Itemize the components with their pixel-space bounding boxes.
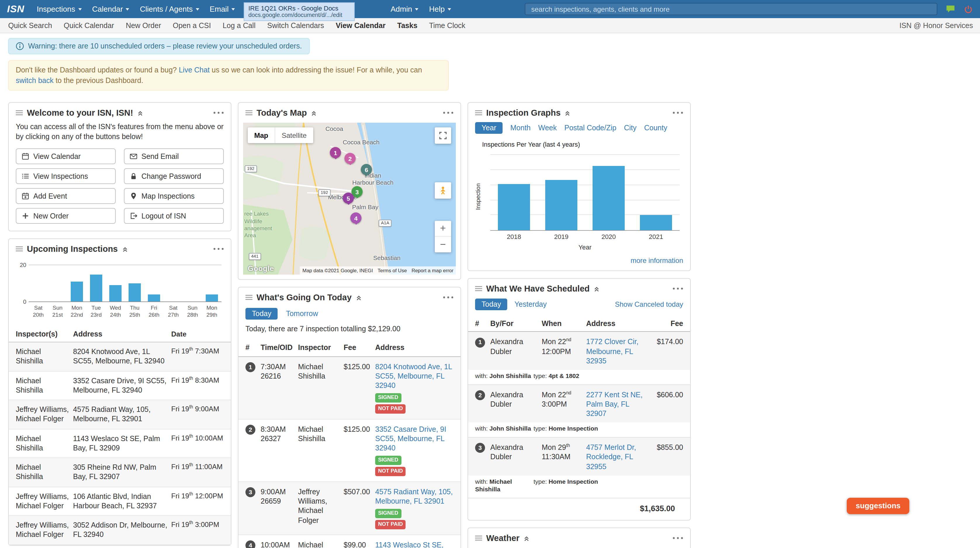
collapse-icon[interactable] — [356, 295, 361, 301]
collapse-icon[interactable] — [311, 111, 317, 116]
live-chat-link[interactable]: Live Chat — [179, 66, 210, 74]
chart-category-label: Mon29th — [205, 304, 219, 318]
subnav-item-time-clock[interactable]: Time Clock — [423, 21, 471, 30]
button-label: Map Inspections — [142, 192, 195, 200]
nav-menu-email[interactable]: Email — [204, 0, 240, 18]
view-inspections-button[interactable]: View Inspections — [16, 168, 116, 184]
card-menu-icon[interactable] — [673, 288, 683, 290]
subnav-item-log-a-call[interactable]: Log a Call — [217, 21, 261, 30]
card-title: Inspection Graphs — [486, 108, 561, 118]
collapse-icon[interactable] — [594, 287, 600, 292]
collapse-icon[interactable] — [565, 111, 571, 116]
satellite-view-button[interactable]: Satellite — [275, 128, 313, 143]
table-row: Jeffrey Williams, Michael Folger 4575 Ra… — [9, 400, 231, 429]
chat-icon[interactable] — [945, 4, 955, 14]
map-view-button[interactable]: Map — [248, 128, 275, 143]
drag-handle-icon[interactable] — [245, 295, 253, 300]
map-marker-4[interactable]: 4 — [350, 213, 361, 224]
subnav-item-switch-calendars[interactable]: Switch Calendars — [261, 21, 330, 30]
chart-title: Inspections Per Year (last 4 years) — [482, 141, 684, 148]
power-icon[interactable] — [964, 5, 973, 14]
drag-handle-icon[interactable] — [16, 110, 23, 116]
zoom-in-button[interactable]: + — [435, 221, 451, 237]
address-link[interactable]: 4575 Radiant Way, 105, Melbourne, FL 329… — [375, 488, 453, 506]
nav-menu-inspections[interactable]: Inspections — [32, 0, 87, 18]
tab-yesterday[interactable]: Yesterday — [515, 300, 547, 309]
add-event-button[interactable]: Add Event — [16, 188, 116, 204]
nav-menu-clients-agents[interactable]: Clients / Agents — [135, 0, 205, 18]
route-shield-a1a: A1A — [379, 220, 391, 227]
drag-handle-icon[interactable] — [16, 246, 23, 252]
address-link[interactable]: 3352 Casare Drive, 9I SC55, Melbourne, F… — [375, 425, 446, 452]
map-marker-2[interactable]: 2 — [345, 153, 356, 164]
chart-x-labels: 2018201920202021 — [490, 233, 679, 240]
show-canceled-link[interactable]: Show Canceled today — [615, 300, 683, 309]
terms-of-use-link[interactable]: Terms of Use — [375, 267, 409, 275]
map-inspections-button[interactable]: Map Inspections — [124, 188, 224, 204]
logout-button[interactable]: Logout of ISN — [124, 208, 224, 224]
card-menu-icon[interactable] — [213, 248, 224, 250]
collapse-icon[interactable] — [137, 111, 143, 116]
drag-handle-icon[interactable] — [245, 110, 253, 116]
tab-today[interactable]: Today — [245, 308, 278, 320]
card-menu-icon[interactable] — [443, 297, 453, 299]
tab-week[interactable]: Week — [538, 124, 557, 132]
fullscreen-button[interactable] — [435, 128, 451, 144]
drag-handle-icon[interactable] — [475, 535, 482, 541]
zoom-out-button[interactable]: − — [435, 237, 451, 253]
chart-bar — [109, 285, 122, 302]
nav-menu-help[interactable]: Help — [424, 0, 457, 18]
alert-text[interactable]: Warning: there are 10 unscheduled orders… — [28, 42, 302, 50]
subnav-item-quick-calendar[interactable]: Quick Calendar — [58, 21, 120, 30]
address-link[interactable]: 2277 Kent St NE, Palm Bay, FL 32907 — [586, 391, 643, 418]
nav-menu-admin[interactable]: Admin — [385, 0, 424, 18]
street-view-pegman[interactable] — [435, 183, 451, 199]
drag-handle-icon[interactable] — [475, 110, 482, 116]
map-marker-5[interactable]: 5 — [343, 193, 354, 204]
tab-county[interactable]: County — [644, 124, 667, 132]
drag-handle-icon[interactable] — [475, 286, 482, 292]
card-menu-icon[interactable] — [213, 112, 224, 114]
report-map-error-link[interactable]: Report a map error — [409, 267, 456, 275]
subnav-item-quick-search[interactable]: Quick Search — [7, 21, 58, 30]
address-link[interactable]: 1143 Weslaco St SE, Palm Bay, FL 32909 — [375, 541, 444, 548]
tab-tomorrow[interactable]: Tomorrow — [286, 310, 318, 318]
subnav-item-view-calendar[interactable]: View Calendar — [330, 21, 391, 30]
map-marker-6[interactable]: 6 — [361, 164, 372, 175]
scheduled-row: 2 Alexandra Dubler Mon 22nd3:00PM 2277 K… — [468, 385, 690, 423]
card-menu-icon[interactable] — [673, 112, 683, 114]
card-menu-icon[interactable] — [673, 537, 683, 539]
switch-back-link[interactable]: switch back — [16, 76, 54, 85]
subnav-item-open-a-csi[interactable]: Open a CSI — [167, 21, 217, 30]
new-order-button[interactable]: New Order — [16, 208, 116, 224]
search-input[interactable] — [525, 3, 937, 15]
nav-menu-calendar[interactable]: Calendar — [87, 0, 135, 18]
collapse-icon[interactable] — [523, 536, 530, 542]
address-link[interactable]: 4757 Merlot Dr, Rockledge, FL 32955 — [586, 443, 636, 470]
address-link[interactable]: 1772 Clover Cir, Melbourne, FL 32935 — [586, 338, 638, 365]
google-map[interactable]: Cocoa Cocoa Beach Indian Harbour Beach M… — [243, 123, 456, 275]
address-link[interactable]: 8204 Knotwood Ave, 1L SC55, Melbourne, F… — [375, 362, 452, 390]
map-marker-1[interactable]: 1 — [330, 147, 341, 158]
tab-month[interactable]: Month — [511, 124, 531, 132]
more-information-link[interactable]: more information — [630, 257, 683, 265]
map-label-cocoa: Cocoa — [326, 125, 343, 132]
when-cell: Mon 22nd3:00PM — [542, 390, 586, 419]
change-password-button[interactable]: Change Password — [124, 168, 224, 184]
card-title: Weather — [486, 534, 520, 543]
view-calendar-button[interactable]: View Calendar — [16, 148, 116, 164]
card-menu-icon[interactable] — [443, 112, 453, 114]
subnav-item-new-order[interactable]: New Order — [120, 21, 167, 30]
collapse-icon[interactable] — [122, 246, 128, 253]
tab-postal-code-zip[interactable]: Postal Code/Zip — [565, 124, 617, 132]
chart-category-label: 2020 — [593, 233, 625, 240]
subnav-item-tasks[interactable]: Tasks — [391, 21, 423, 30]
send-email-button[interactable]: Send Email — [124, 148, 224, 164]
date-cell: Fri 19th 9:00AM — [171, 405, 221, 424]
tab-year[interactable]: Year — [475, 122, 503, 134]
tab-today[interactable]: Today — [475, 299, 508, 311]
button-label: Change Password — [142, 172, 201, 180]
suggestions-button[interactable]: suggestions — [847, 498, 909, 514]
top-navbar: ISN Inspections Calendar Clients / Agent… — [0, 0, 980, 18]
tab-city[interactable]: City — [624, 124, 636, 132]
